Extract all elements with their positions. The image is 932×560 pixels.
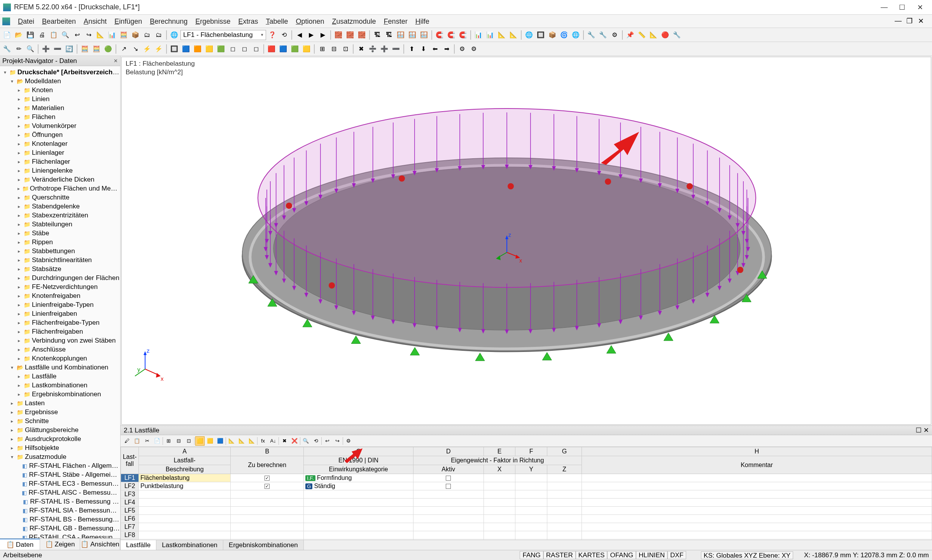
menu-datei[interactable]: Datei <box>14 15 38 28</box>
table-row[interactable]: LF9 <box>121 539 932 540</box>
table-tool-button[interactable]: 📐 <box>247 436 256 446</box>
tool-button[interactable]: 📊 <box>107 30 117 40</box>
tool-button[interactable]: 📏 <box>636 30 647 40</box>
tool-button[interactable]: 🧮 <box>79 44 90 54</box>
tree-module[interactable]: ◧RF-STAHL AISC - Bemessung nach AISC <box>0 488 120 497</box>
tool-button[interactable]: ⚙ <box>609 30 620 40</box>
tool-button[interactable]: 🪟 <box>419 30 429 40</box>
table-tool-button[interactable]: 🟨 <box>195 436 205 446</box>
tree-modelldaten[interactable]: ▾📂Modelldaten <box>0 77 120 86</box>
globe-icon[interactable]: 🌐 <box>169 30 180 40</box>
table-tool-button[interactable]: 📄 <box>152 436 162 446</box>
tool-button[interactable]: ↗ <box>118 44 129 54</box>
navigator-close-icon[interactable]: ✕ <box>114 58 118 64</box>
tree-item[interactable]: ▸📁Stabexzentrizitäten <box>0 211 120 220</box>
table-tool-button[interactable]: ⟲ <box>311 436 321 446</box>
tree-item[interactable]: ▸📁Schnitte <box>0 416 120 425</box>
tool-button[interactable]: 📐 <box>496 30 507 40</box>
tree-item[interactable]: ▸📁Flächenlager <box>0 157 120 166</box>
tool-button[interactable]: 🪟 <box>395 30 406 40</box>
tool-button[interactable]: ➖ <box>391 44 401 54</box>
tool-button[interactable]: ➕ <box>40 44 51 54</box>
table-tool-button[interactable]: 📐 <box>227 436 236 446</box>
tool-button[interactable]: 🧮 <box>91 44 102 54</box>
tree-item[interactable]: ▸📁Knotenlager <box>0 139 120 148</box>
tool-button[interactable]: ⬅ <box>429 44 440 54</box>
tree-item[interactable]: ▸📁Knoten <box>0 86 120 94</box>
tool-button[interactable]: ✖ <box>356 44 366 54</box>
tree-module[interactable]: ◧RF-STAHL GB - Bemessung nach GB <box>0 524 120 533</box>
tool-button[interactable]: ➕ <box>379 44 390 54</box>
tool-button[interactable]: ◻ <box>251 44 261 54</box>
menu-ergebnisse[interactable]: Ergebnisse <box>191 15 234 28</box>
tool-button[interactable]: ▶ <box>306 30 317 40</box>
table-tool-button[interactable]: ✖ <box>280 436 289 446</box>
tool-button[interactable]: 🟧 <box>192 44 203 54</box>
menu-tabelle[interactable]: Tabelle <box>262 15 292 28</box>
tree-item[interactable]: ▸📁Ausdruckprotokolle <box>0 434 120 443</box>
tree-module[interactable]: ◧RF-STAHL EC3 - Bemessung nach Euro <box>0 479 120 488</box>
tool-button[interactable]: 📦 <box>547 30 558 40</box>
tree-item[interactable]: ▸📁Durchdringungen der Flächen <box>0 273 120 282</box>
tool-button[interactable]: ⊞ <box>317 44 328 54</box>
table-tool-button[interactable]: 🖊 <box>122 436 131 446</box>
table-tool-button[interactable]: 📐 <box>237 436 246 446</box>
table-tool-button[interactable]: fx <box>258 436 268 446</box>
tree-module[interactable]: ◧RF-STAHL IS - Bemessung nach IS <box>0 497 120 506</box>
table-tool-button[interactable]: 📋 <box>132 436 142 446</box>
nav-tab-ansichten[interactable]: 📋Ansichten <box>80 539 120 550</box>
tool-button[interactable]: 📌 <box>625 30 636 40</box>
menu-einfügen[interactable]: Einfügen <box>110 15 146 28</box>
tool-button[interactable]: ◀ <box>294 30 305 40</box>
tool-button[interactable]: 📋 <box>48 30 59 40</box>
tree-module[interactable]: ◧RF-STAHL CSA - Bemessung nach CSA <box>0 533 120 538</box>
table-row[interactable]: LF3 <box>121 490 932 499</box>
table-grid[interactable]: Last-fallABCDEFGHLastfall-Zu berechnenEN… <box>121 447 932 540</box>
tree-item[interactable]: ▸📁Öffnungen <box>0 130 120 139</box>
tree-module[interactable]: ◧RF-STAHL SIA - Bemessung nach SIA <box>0 506 120 515</box>
table-tab[interactable]: Ergebniskombinationen <box>223 540 304 550</box>
tool-button[interactable]: 📐 <box>508 30 519 40</box>
tool-button[interactable]: ⬇ <box>418 44 429 54</box>
tree-item[interactable]: ▸📁Ergebniskombinationen <box>0 390 120 399</box>
tree-item[interactable]: ▸📁Liniengelenke <box>0 166 120 175</box>
tool-button[interactable]: 🧱 <box>345 30 356 40</box>
table-tool-button[interactable]: ✂ <box>142 436 152 446</box>
tool-button[interactable]: 🔧 <box>671 30 682 40</box>
tool-button[interactable]: 🟦 <box>180 44 191 54</box>
table-tool-button[interactable]: ↪ <box>333 436 342 446</box>
table-tool-button[interactable]: 🔍 <box>301 436 310 446</box>
table-row[interactable]: LF4 <box>121 499 932 507</box>
tree-item[interactable]: ▸📁Stabbettungen <box>0 247 120 256</box>
mdi-minimize[interactable]: — <box>895 17 906 26</box>
tree-item[interactable]: ▸📁Stabnichtlinearitäten <box>0 256 120 264</box>
menu-ansicht[interactable]: Ansicht <box>80 15 110 28</box>
table-tab[interactable]: Lastfälle <box>121 540 156 550</box>
tool-button[interactable]: 📊 <box>473 30 484 40</box>
tree-item[interactable]: ▸📁Knotenkopplungen <box>0 354 120 363</box>
menu-optionen[interactable]: Optionen <box>292 15 328 28</box>
tool-button[interactable]: ⚡ <box>142 44 152 54</box>
tree-item[interactable]: ▸📁Stabsätze <box>0 264 120 273</box>
model-viewport[interactable]: LF1 : Flächenbelastung Belastung [kN/m^2… <box>121 57 931 425</box>
tree-item[interactable]: ▸📁Flächen <box>0 112 120 121</box>
table-tool-button[interactable]: ⊡ <box>184 436 193 446</box>
tool-button[interactable]: ▶ <box>317 30 328 40</box>
tool-button[interactable]: 🟢 <box>103 44 114 54</box>
tool-button[interactable]: ⚙ <box>468 44 479 54</box>
tool-button[interactable]: ◻ <box>227 44 238 54</box>
minimize-button[interactable]: — <box>875 2 893 13</box>
tool-button[interactable]: 🔄 <box>64 44 75 54</box>
tree-item[interactable]: ▸📁Ergebnisse <box>0 408 120 416</box>
tool-button[interactable]: ➖ <box>52 44 63 54</box>
tool-button[interactable]: 🔧 <box>597 30 608 40</box>
tool-button[interactable]: 🔧 <box>586 30 597 40</box>
tool-button[interactable]: 🪟 <box>407 30 418 40</box>
tool-button[interactable]: ↩ <box>72 30 82 40</box>
navigator-tree[interactable]: ▾📁Druckschale* [Arbeitsverzeichnis]▾📂Mod… <box>0 66 120 538</box>
tool-button[interactable]: 💾 <box>25 30 36 40</box>
table-tool-button[interactable]: ↩ <box>322 436 332 446</box>
tool-button[interactable]: 🟩 <box>289 44 300 54</box>
tool-button[interactable]: ❓ <box>267 30 278 40</box>
tool-button[interactable]: 🖨 <box>37 30 47 40</box>
